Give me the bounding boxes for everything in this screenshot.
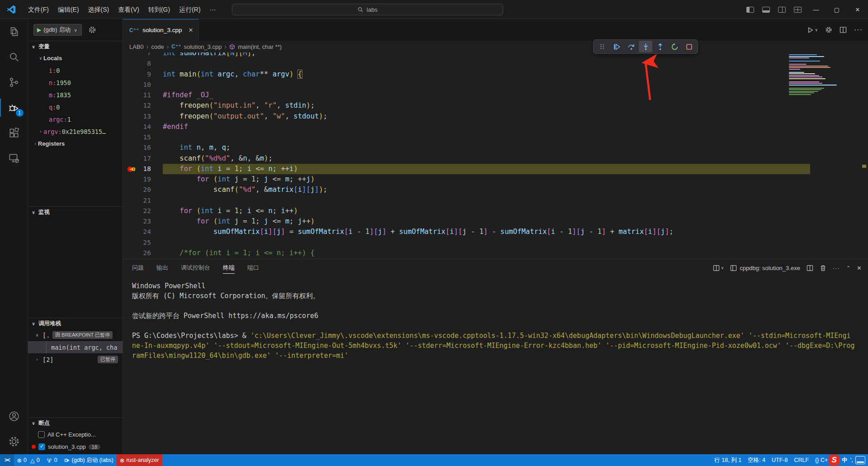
- panel-more-actions-icon[interactable]: ···: [833, 265, 840, 271]
- code-line-15[interactable]: 15: [123, 132, 868, 143]
- debug-session-status[interactable]: (gdb) 启动 (labs): [61, 454, 117, 466]
- code-line-24[interactable]: 24 sumOfMatrix[i][j] = sumOfMatrix[i - 1…: [123, 227, 868, 237]
- thread2-row[interactable]: › [2] 已暂停: [28, 353, 123, 366]
- accounts-icon[interactable]: [0, 404, 28, 429]
- tab-terminal[interactable]: 终端: [223, 259, 235, 276]
- menu-file[interactable]: 文件(F): [24, 3, 53, 16]
- more-actions-icon[interactable]: ···: [854, 26, 863, 34]
- code-line-11[interactable]: 11#ifndef _OJ_: [123, 90, 868, 100]
- code-line-19[interactable]: 19 for (int j = 1; j <= m; ++j): [123, 174, 868, 185]
- code-line-20[interactable]: 20 scanf("%d", &matrix[i][j]);: [123, 185, 868, 195]
- extensions-icon[interactable]: [0, 120, 28, 146]
- step-out-button[interactable]: [653, 41, 667, 52]
- maximize-panel-chevron-icon[interactable]: ⌃: [846, 265, 850, 271]
- close-button[interactable]: ✕: [847, 0, 868, 19]
- split-editor-icon[interactable]: [840, 26, 847, 33]
- variable-row-argv[interactable]: ›argv: 0x21e985315…: [28, 125, 123, 138]
- ime-punctuation-indicator[interactable]: ’,: [849, 454, 854, 466]
- menu-run[interactable]: 运行(R): [175, 3, 205, 16]
- code-line-21[interactable]: 21: [123, 195, 868, 206]
- registers-group[interactable]: › Registers: [28, 138, 123, 150]
- code-line-13[interactable]: 13 freopen("output.out", "w", stdout);: [123, 111, 868, 122]
- stop-button[interactable]: [682, 41, 696, 52]
- step-into-button[interactable]: [639, 41, 652, 52]
- problems-status[interactable]: ⊗0 △0: [14, 454, 43, 466]
- cursor-position-status[interactable]: 行 18, 列 1: [711, 454, 745, 466]
- command-center-search[interactable]: labs: [232, 4, 503, 15]
- split-panel-icon[interactable]: [807, 265, 813, 271]
- sogou-ime-icon[interactable]: S: [829, 455, 840, 466]
- minimize-button[interactable]: —: [806, 0, 826, 19]
- step-over-button[interactable]: [624, 41, 638, 52]
- remote-explorer-icon[interactable]: [0, 146, 28, 171]
- debug-settings-gear-icon[interactable]: [88, 26, 96, 34]
- tab-close-icon[interactable]: ✕: [188, 27, 193, 33]
- variable-row-q[interactable]: q: 0: [28, 101, 123, 113]
- launch-config-dropdown[interactable]: ▶ (gdb) 启动 ∨: [33, 24, 82, 36]
- explorer-icon[interactable]: [0, 19, 28, 44]
- variable-row-n[interactable]: n: 1950: [28, 76, 123, 89]
- checkbox-unchecked[interactable]: [38, 431, 45, 438]
- code-line-26[interactable]: 26 /*for (int i = 1; i <= n; i++) {: [123, 248, 868, 258]
- locals-group[interactable]: ∨ Locals: [28, 52, 123, 64]
- variable-row-m[interactable]: m: 1835: [28, 89, 123, 101]
- kill-terminal-trash-icon[interactable]: [820, 265, 826, 271]
- menu-edit[interactable]: 编辑(E): [53, 3, 84, 16]
- maximize-button[interactable]: ▢: [826, 0, 847, 19]
- language-status[interactable]: {} C+: [812, 454, 828, 466]
- tab-output[interactable]: 输出: [156, 259, 168, 276]
- code-editor[interactable]: 7int sumOfMatrix[N][M];89int main(int ar…: [123, 52, 868, 259]
- split-terminal-dropdown[interactable]: ∨: [713, 265, 724, 271]
- run-and-debug-icon[interactable]: 1: [0, 95, 28, 120]
- variables-header[interactable]: ∨ 变量: [28, 41, 123, 52]
- code-line-8[interactable]: 8: [123, 58, 868, 69]
- code-line-25[interactable]: 25: [123, 238, 868, 248]
- breakpoints-header[interactable]: ∨ 断点: [28, 418, 123, 428]
- restart-button[interactable]: [668, 41, 681, 52]
- breadcrumb-code[interactable]: code: [151, 43, 164, 50]
- watch-header[interactable]: ∨ 监视: [28, 207, 123, 218]
- ports-status[interactable]: 0: [43, 454, 61, 466]
- menu-go[interactable]: 转到(G): [144, 3, 175, 16]
- menu-more[interactable]: ···: [205, 3, 221, 16]
- tab-debug-console[interactable]: 调试控制台: [181, 259, 210, 276]
- start-debug-icon[interactable]: ▶: [37, 27, 41, 33]
- breadcrumb-symbol[interactable]: main(int, char **): [238, 43, 282, 50]
- code-line-17[interactable]: 17 scanf("%d%d", &n, &m);: [123, 153, 868, 164]
- code-line-9[interactable]: 9int main(int argc, char** argv) {: [123, 69, 868, 80]
- indentation-status[interactable]: 空格: 4: [745, 454, 769, 466]
- stack-frame-row[interactable]: main(int argc, cha: [28, 341, 123, 353]
- settings-gear-icon[interactable]: [0, 429, 28, 454]
- customize-layout-icon[interactable]: [794, 7, 802, 13]
- minimap[interactable]: [789, 54, 840, 95]
- encoding-status[interactable]: UTF-8: [769, 454, 791, 466]
- menu-view[interactable]: 查看(V): [113, 3, 144, 16]
- editor-settings-gear-icon[interactable]: [825, 26, 832, 33]
- breakpoint-row-exceptions[interactable]: All C++ Exceptio...: [28, 428, 123, 441]
- tab-solution-3-cpp[interactable]: C⁺⁺ solution_3.cpp ✕: [123, 19, 199, 41]
- checkbox-checked[interactable]: [38, 443, 45, 450]
- tab-problems[interactable]: 问题: [132, 259, 144, 276]
- variable-row-argc[interactable]: argc: 1: [28, 113, 123, 125]
- code-line-22[interactable]: 22 for (int i = 1; i <= n; i++): [123, 206, 868, 216]
- code-line-23[interactable]: 23 for (int j = 1; j <= m; j++): [123, 216, 868, 227]
- menu-selection[interactable]: 选择(S): [84, 3, 114, 16]
- remote-indicator[interactable]: ><: [0, 454, 14, 466]
- code-line-12[interactable]: 12 freopen("input.in", "r", stdin);: [123, 100, 868, 111]
- code-line-7[interactable]: 7int sumOfMatrix[N][M];: [123, 52, 868, 58]
- toolbar-grip[interactable]: [595, 41, 609, 52]
- breakpoint-row-solution3[interactable]: solution_3.cpp 18: [28, 441, 123, 453]
- code-line-16[interactable]: 16 int n, m, q;: [123, 143, 868, 153]
- ime-mode-indicator[interactable]: 中: [840, 454, 849, 466]
- close-panel-icon[interactable]: ✕: [857, 265, 862, 271]
- breadcrumb-file[interactable]: solution_3.cpp: [184, 43, 222, 50]
- source-control-icon[interactable]: [0, 70, 28, 95]
- breakpoint-current-line-icon[interactable]: [127, 166, 139, 173]
- variable-row-i[interactable]: i: 0: [28, 64, 123, 76]
- toggle-sidebar-icon[interactable]: [746, 7, 754, 13]
- continue-button[interactable]: [610, 41, 623, 52]
- toggle-panel-icon[interactable]: [762, 7, 770, 13]
- terminal-session-item[interactable]: cppdbg: solution_3.exe: [730, 265, 800, 271]
- search-sidebar-icon[interactable]: [0, 44, 28, 70]
- code-line-10[interactable]: 10: [123, 80, 868, 90]
